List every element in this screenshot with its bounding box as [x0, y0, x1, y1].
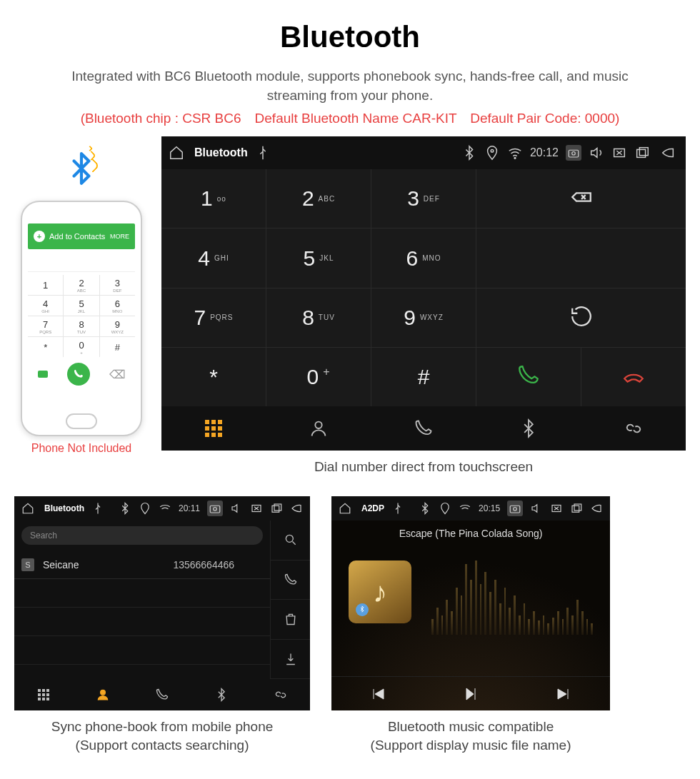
screenshot-icon[interactable] [507, 501, 523, 516]
next-button[interactable] [517, 677, 610, 710]
wifi-icon [459, 502, 471, 515]
call-button[interactable] [271, 561, 310, 600]
close-icon[interactable] [550, 502, 563, 515]
prev-button[interactable] [331, 677, 424, 710]
mini-key: * [28, 337, 63, 357]
wifi-icon [159, 502, 171, 515]
nav-pair[interactable] [251, 679, 310, 710]
mini-key: 0+ [64, 337, 99, 357]
close-icon[interactable] [611, 145, 627, 161]
download-button[interactable] [271, 640, 310, 680]
home-button-icon [66, 413, 97, 429]
backspace-icon: ⌫ [109, 368, 126, 381]
contact-name: Seicane [43, 559, 79, 571]
phone-number-display [28, 252, 135, 272]
dial-key-8[interactable]: 8TUV [266, 288, 371, 347]
app-name: A2DP [361, 503, 384, 513]
search-button[interactable] [271, 521, 310, 561]
page-title: Bluetooth [0, 20, 700, 54]
nav-recent-calls[interactable] [133, 679, 191, 710]
play-pause-button[interactable] [424, 677, 517, 710]
nav-keypad[interactable] [161, 406, 266, 451]
call-button[interactable] [476, 348, 581, 406]
statusbar-dialer: Bluetooth 20:12 [161, 136, 686, 169]
svg-rect-18 [572, 506, 579, 512]
dial-key-2[interactable]: 2ABC [266, 169, 371, 228]
search-input[interactable]: Search [21, 526, 263, 545]
recent-icon[interactable] [270, 502, 283, 515]
dial-key-3[interactable]: 3DEF [371, 169, 476, 228]
nav-keypad[interactable] [14, 679, 73, 710]
page-subtitle: Integrated with BC6 Bluetooth module, su… [43, 67, 657, 105]
nav-contacts[interactable] [74, 679, 132, 710]
delete-button[interactable] [271, 600, 310, 640]
bluetooth-status-icon [419, 502, 431, 515]
close-icon[interactable] [250, 502, 263, 515]
recent-icon[interactable] [634, 145, 650, 161]
svg-point-9 [214, 508, 217, 511]
contacts-caption: Sync phone-book from mobile phone (Suppo… [14, 718, 310, 754]
call-icon [67, 363, 90, 386]
location-icon [484, 145, 500, 161]
dial-key-5[interactable]: 5JKL [266, 228, 371, 287]
mini-key: 7PQRS [28, 316, 63, 336]
location-icon [139, 502, 151, 515]
dial-key-1[interactable]: 1oo [161, 169, 266, 228]
volume-icon[interactable] [589, 145, 604, 161]
volume-icon[interactable] [230, 502, 243, 515]
equalizer [431, 556, 593, 635]
volume-icon[interactable] [530, 502, 543, 515]
app-name: Bluetooth [44, 503, 84, 513]
hangup-button[interactable] [581, 348, 686, 406]
contact-row [14, 636, 270, 665]
dialer-device: Bluetooth 20:12 1oo2ABC3DEF4GHI5JKL6MNO7… [161, 136, 686, 451]
usb-icon [391, 502, 404, 515]
screenshot-icon[interactable] [566, 145, 581, 161]
bluetooth-icon [64, 151, 99, 195]
back-icon[interactable] [590, 502, 603, 515]
dial-key-7[interactable]: 7PQRS [161, 288, 266, 347]
redial-button[interactable] [476, 288, 686, 347]
bluetooth-badge-icon [356, 603, 369, 616]
contact-number: 13566664466 [173, 559, 234, 571]
back-icon[interactable] [657, 145, 679, 161]
dialer-caption: Dial number direct from touchscreen [161, 459, 686, 475]
usb-icon [255, 145, 271, 161]
phone-mockup: + Add to Contacts MORE 12ABC3DEF4GHI5JKL… [21, 201, 142, 436]
backspace-button[interactable] [476, 169, 686, 228]
svg-point-7 [315, 422, 321, 428]
dial-key-6[interactable]: 6MNO [371, 228, 476, 287]
nav-bluetooth[interactable] [476, 406, 581, 451]
dial-key-0[interactable]: 0+ [266, 348, 371, 406]
svg-point-13 [286, 536, 293, 543]
svg-rect-15 [510, 506, 520, 513]
bluetooth-status-icon [119, 502, 131, 515]
contact-row[interactable]: S Seicane 13566664466 [14, 551, 270, 579]
contact-initial: S [21, 558, 34, 571]
screenshot-icon[interactable] [207, 501, 223, 516]
svg-point-3 [572, 152, 576, 156]
dial-key-9[interactable]: 9WXYZ [371, 288, 476, 347]
home-icon[interactable] [21, 502, 34, 515]
svg-point-0 [491, 150, 494, 153]
svg-rect-12 [274, 504, 281, 511]
dial-key-4[interactable]: 4GHI [161, 228, 266, 287]
mini-key: 2ABC [64, 275, 99, 295]
nav-bluetooth[interactable] [192, 679, 251, 710]
nav-recent-calls[interactable] [371, 406, 476, 451]
dial-key-#[interactable]: # [371, 348, 476, 406]
contact-row [14, 579, 270, 608]
home-icon[interactable] [339, 502, 351, 515]
back-icon[interactable] [290, 502, 303, 515]
nav-pair[interactable] [581, 406, 686, 451]
statusbar-music: A2DP 20:15 [331, 496, 610, 521]
dial-key-*[interactable]: * [161, 348, 266, 406]
videocall-icon [38, 371, 48, 378]
phone-note: Phone Not Included [31, 442, 132, 455]
wifi-icon [507, 145, 523, 161]
svg-point-16 [514, 508, 517, 511]
mini-key: 4GHI [28, 296, 63, 316]
nav-contacts[interactable] [266, 406, 371, 451]
recent-icon[interactable] [570, 502, 583, 515]
home-icon[interactable] [169, 145, 184, 161]
